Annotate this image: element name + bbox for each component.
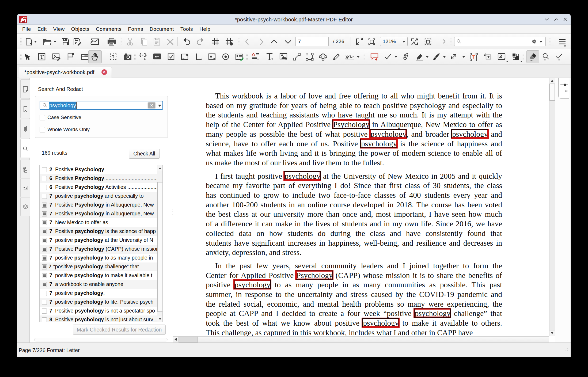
svg-text:PDF: PDF [23,17,26,18]
